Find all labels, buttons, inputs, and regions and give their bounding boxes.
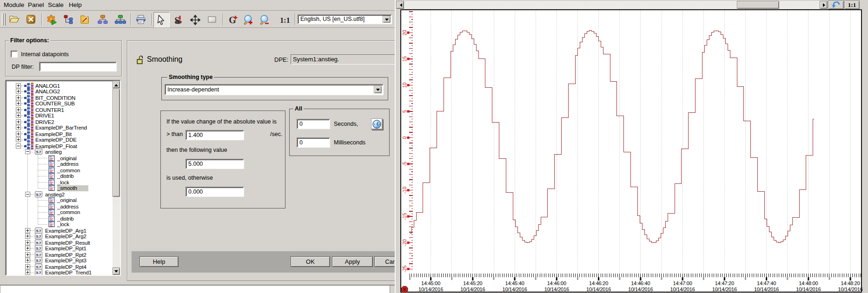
svg-text:14:48:20: 14:48:20 — [841, 280, 860, 286]
svg-text:10/14/2016: 10/14/2016 — [838, 286, 863, 292]
svg-text:10/14/2016: 10/14/2016 — [712, 286, 737, 292]
svg-text:-25: -25 — [402, 265, 407, 272]
svg-text:5: 5 — [402, 110, 407, 113]
svg-text:10/14/2016: 10/14/2016 — [628, 286, 653, 292]
svg-text:10/14/2016: 10/14/2016 — [544, 286, 569, 292]
svg-text:10: 10 — [402, 82, 407, 88]
svg-text:14:48:00: 14:48:00 — [799, 280, 818, 286]
svg-text:10/14/2016: 10/14/2016 — [670, 286, 695, 292]
svg-text:5.7: 5.7 — [36, 271, 41, 275]
svg-text:1:1: 1:1 — [280, 16, 290, 24]
svg-text:5.7: 5.7 — [36, 259, 41, 263]
svg-text:15: 15 — [402, 56, 407, 62]
svg-text:14:46:00: 14:46:00 — [547, 280, 566, 286]
svg-text:20: 20 — [402, 30, 407, 35]
svg-text:5.7: 5.7 — [36, 234, 41, 239]
svg-text:5.7: 5.7 — [36, 253, 41, 257]
svg-text:14:45:00: 14:45:00 — [421, 280, 440, 286]
svg-text:14:46:20: 14:46:20 — [589, 280, 608, 286]
svg-text:14:45:20: 14:45:20 — [463, 280, 482, 286]
svg-text:14:47:20: 14:47:20 — [715, 280, 734, 286]
svg-text:5.7: 5.7 — [36, 193, 41, 197]
svg-text:10/14/2016: 10/14/2016 — [586, 286, 611, 292]
svg-text:10/14/2016: 10/14/2016 — [460, 286, 485, 292]
svg-text:14:46:40: 14:46:40 — [631, 280, 650, 286]
svg-text:5.7: 5.7 — [36, 150, 41, 154]
svg-text:-5: -5 — [402, 162, 407, 166]
svg-text:5.7: 5.7 — [36, 241, 41, 245]
svg-text:0: 0 — [402, 136, 407, 139]
svg-text:5.7: 5.7 — [36, 265, 41, 269]
svg-text:-15: -15 — [402, 213, 407, 220]
svg-text:10/14/2016: 10/14/2016 — [503, 286, 527, 292]
svg-text:-20: -20 — [402, 239, 407, 246]
svg-text:S: S — [174, 15, 180, 25]
svg-text:14:45:40: 14:45:40 — [505, 280, 524, 286]
svg-text:10/14/2016: 10/14/2016 — [754, 286, 779, 292]
svg-text:5.7: 5.7 — [36, 229, 41, 233]
svg-text:-10: -10 — [402, 187, 407, 194]
svg-text:14:47:00: 14:47:00 — [673, 280, 692, 286]
svg-text:14:47:40: 14:47:40 — [757, 280, 776, 286]
svg-text:10/14/2016: 10/14/2016 — [418, 286, 443, 292]
svg-text:10/14/2016: 10/14/2016 — [796, 286, 821, 292]
svg-text:5.7: 5.7 — [36, 247, 41, 251]
